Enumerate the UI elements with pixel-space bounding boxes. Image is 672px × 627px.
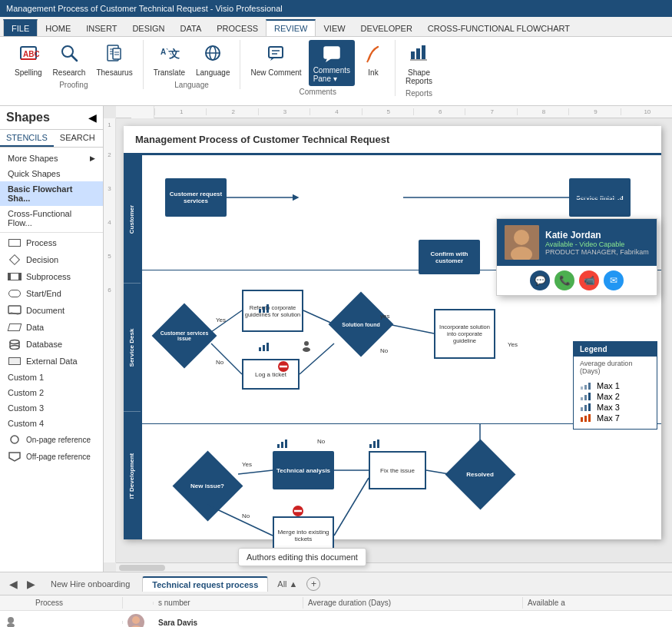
custom1-label: Custom 1: [8, 373, 44, 382]
tab-process[interactable]: PROCESS: [209, 21, 266, 36]
custom2-item[interactable]: Custom 2: [0, 385, 103, 400]
process-shape-item[interactable]: Process: [0, 234, 103, 251]
ribbon-group-proofing: ABC Spelling Research Thesaurus Proofing: [5, 40, 144, 89]
profile-card-header: Katie Jordan Available - Video Capable P…: [497, 219, 657, 266]
custom2-label: Custom 2: [8, 388, 44, 397]
col-icon: [0, 602, 31, 605]
title-text: Management Process of Customer Technical…: [6, 4, 283, 13]
bar-chart-2: [369, 438, 382, 450]
custom4-item[interactable]: Custom 4: [0, 416, 103, 431]
custom3-item[interactable]: Custom 3: [0, 400, 103, 416]
profile-email-button[interactable]: ✉: [604, 270, 624, 290]
thesaurus-button[interactable]: Thesaurus: [92, 40, 136, 79]
tab-file[interactable]: FILE: [3, 19, 38, 36]
profile-chat-button[interactable]: 💬: [530, 270, 550, 290]
tab-design[interactable]: DESIGN: [124, 21, 172, 36]
startend-shape-item[interactable]: Start/End: [0, 285, 103, 302]
svg-rect-76: [588, 383, 591, 390]
spelling-button[interactable]: ABC Spelling: [11, 40, 46, 79]
svg-rect-79: [588, 393, 591, 400]
translate-button[interactable]: A文 Translate: [150, 40, 189, 79]
diagram-container: Management Process of Customer Technical…: [124, 126, 661, 539]
language-button[interactable]: Language: [192, 40, 234, 79]
technical-analysis-shape[interactable]: Technical analysis: [273, 451, 334, 489]
svg-rect-64: [259, 309, 261, 313]
customer-request-shape[interactable]: Customer request services: [165, 178, 227, 217]
data-shape-item[interactable]: Data: [0, 319, 103, 336]
log-ticket-shape[interactable]: Log a ticket: [242, 359, 300, 390]
page-tab-new-hire[interactable]: New Hire onboarding: [41, 577, 139, 591]
fix-issue-shape[interactable]: Fix the issue: [369, 451, 426, 489]
subprocess-shape-item[interactable]: Subprocess: [0, 268, 103, 285]
person-icon-lane2: [300, 340, 313, 353]
new-comment-button[interactable]: New Comment: [247, 40, 305, 79]
col-avatar: [123, 602, 154, 605]
service-finished-shape[interactable]: Service finished: [569, 178, 631, 217]
proofing-group-label: Proofing: [59, 81, 88, 89]
refer-corporate-shape[interactable]: Refer to corporate guidelines for soluti…: [242, 290, 303, 332]
nav-left-icon[interactable]: ◀: [6, 578, 21, 590]
servicedesk-lane-label: Service Desk: [129, 328, 136, 367]
more-shapes-item[interactable]: More Shapes ▶: [0, 151, 103, 166]
decision-shape-item[interactable]: Decision: [0, 251, 103, 268]
legend-label-2: Max 2: [597, 392, 620, 401]
language-icon: [202, 42, 223, 67]
nav-right-icon[interactable]: ▶: [24, 578, 38, 590]
research-button[interactable]: Research: [49, 40, 90, 79]
horizontal-scrollbar[interactable]: [116, 562, 672, 572]
tab-insert[interactable]: INSERT: [78, 21, 124, 36]
scrollbar-thumb-h[interactable]: [119, 565, 165, 571]
resolved-shape[interactable]: Resolved: [449, 443, 511, 505]
external-data-label: External Data: [26, 357, 78, 366]
more-shapes-label: More Shapes: [8, 154, 58, 163]
document-shape-item[interactable]: Document: [0, 302, 103, 319]
svg-rect-83: [581, 417, 583, 422]
tab-developer[interactable]: DEVELOPER: [353, 21, 420, 36]
custom1-item[interactable]: Custom 1: [0, 370, 103, 385]
language-label: Language: [196, 68, 230, 77]
tab-home[interactable]: HOME: [38, 21, 78, 36]
onpage-ref-item[interactable]: On-page reference: [0, 431, 103, 448]
bar-chart-1: [276, 438, 290, 450]
new-issue-shape[interactable]: New issue?: [177, 455, 238, 516]
svg-rect-29: [422, 45, 425, 59]
search-tab[interactable]: SEARCH: [54, 130, 101, 147]
solution-found-shape[interactable]: Solution found: [334, 297, 388, 351]
tab-review[interactable]: REVIEW: [266, 19, 316, 36]
shape-reports-button[interactable]: ShapeReports: [402, 40, 436, 88]
page-tab-technical[interactable]: Technical request process: [142, 576, 268, 592]
shapes-collapse-icon[interactable]: ◀: [88, 111, 97, 124]
offpage-ref-item[interactable]: Off-page reference: [0, 448, 103, 465]
comments-pane-label: CommentsPane ▾: [313, 66, 350, 83]
tab-data[interactable]: DATA: [173, 21, 210, 36]
quick-shapes-item[interactable]: Quick Shapes: [0, 166, 103, 181]
database-shape-icon: [8, 339, 22, 350]
canvas-area[interactable]: 1 2 3 4 5 6 7 8 9 10 1 2 3 4 5 6: [104, 106, 672, 572]
svg-point-36: [10, 346, 19, 350]
basic-flowchart-item[interactable]: Basic Flowchart Sha...: [0, 181, 103, 206]
profile-card: Katie Jordan Available - Video Capable P…: [496, 218, 657, 296]
tab-cross-functional[interactable]: CROSS-FUNCTIONAL FLOWCHART: [420, 21, 578, 36]
customer-services-issue-shape[interactable]: Customer services issue: [157, 309, 211, 363]
database-shape-item[interactable]: Database: [0, 336, 103, 353]
incorporate-solution-shape[interactable]: Incorporate solution into corporate guid…: [434, 309, 495, 359]
stencils-tab[interactable]: STENCILS: [0, 130, 54, 147]
svg-point-32: [10, 340, 19, 344]
translate-icon: A文: [158, 42, 180, 67]
add-page-button[interactable]: +: [306, 577, 320, 591]
process-shape-icon: [8, 237, 22, 248]
profile-video-button[interactable]: 📹: [579, 270, 599, 290]
svg-rect-82: [588, 403, 591, 411]
diagram-canvas[interactable]: Management Process of Customer Technical…: [116, 118, 672, 562]
tab-view[interactable]: VIEW: [316, 21, 353, 36]
profile-call-button[interactable]: 📞: [554, 270, 574, 290]
customer-lane-label: Customer: [129, 204, 136, 233]
confirm-customer-shape[interactable]: Confirm with customer: [419, 240, 480, 274]
row-sara-process: [31, 621, 123, 624]
external-data-shape-item[interactable]: External Data: [0, 353, 103, 370]
bar-chart-lane2-1: [258, 303, 272, 315]
ink-button[interactable]: Ink: [358, 40, 389, 79]
comments-pane-button[interactable]: CommentsPane ▾: [309, 40, 355, 86]
cross-functional-item[interactable]: Cross-Functional Flow...: [0, 206, 103, 231]
legend-box: Legend Average duration (Days) Max 1 Max…: [573, 341, 657, 430]
